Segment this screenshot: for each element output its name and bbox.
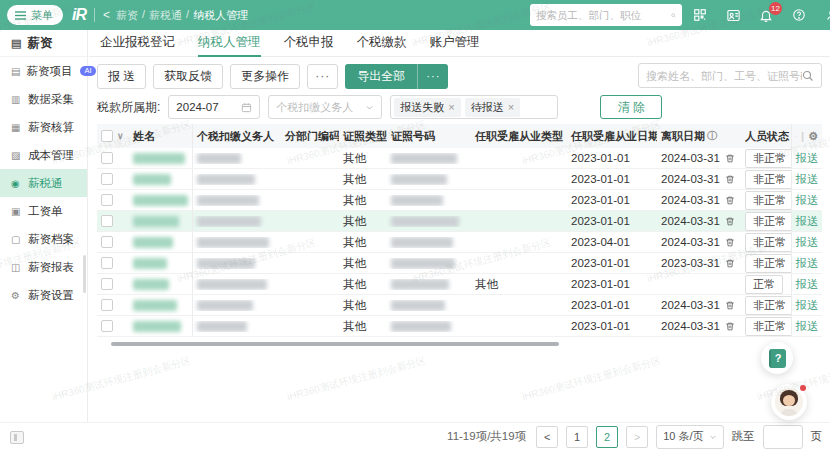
export-all-button[interactable]: 导出全部 xyxy=(345,68,417,85)
tab-账户管理[interactable]: 账户管理 xyxy=(430,30,480,57)
next-page-button[interactable]: > xyxy=(626,426,648,448)
menu-button[interactable]: 菜单 xyxy=(7,5,63,25)
report-button[interactable]: 报 送 xyxy=(97,64,146,89)
table-row[interactable]: 其他2023-01-012024-03-31非正常报送 xyxy=(97,148,822,169)
jump-to-input[interactable] xyxy=(763,425,803,449)
row-checkbox[interactable] xyxy=(101,152,113,164)
tab-纳税人管理[interactable]: 纳税人管理 xyxy=(198,30,261,57)
breadcrumb-item[interactable]: 薪资 xyxy=(116,8,138,23)
report-action-link[interactable]: 报送 xyxy=(796,298,819,313)
delete-trash-icon[interactable] xyxy=(725,237,735,248)
delete-trash-icon[interactable] xyxy=(725,300,735,311)
page-button-1[interactable]: 1 xyxy=(566,426,588,448)
export-ellipsis-button[interactable]: ··· xyxy=(418,70,448,82)
more-actions-button[interactable]: 更多操作 xyxy=(230,64,300,89)
delete-trash-icon[interactable] xyxy=(725,153,735,164)
sidebar-item-薪资报表[interactable]: ◫薪资报表 xyxy=(0,253,87,281)
row-checkbox[interactable] xyxy=(101,215,113,227)
column-settings-gear-icon[interactable]: ⚙ xyxy=(808,130,818,143)
sidebar-item-数据采集[interactable]: ▥数据采集 xyxy=(0,85,87,113)
status-badge[interactable]: 非正常 xyxy=(745,254,791,273)
tab-个税申报[interactable]: 个税申报 xyxy=(284,30,334,57)
withholder-select[interactable]: 个税扣缴义务人 xyxy=(268,95,382,119)
filter-tag-报送失败[interactable]: 报送失败× xyxy=(394,98,460,117)
table-search[interactable] xyxy=(638,63,822,88)
page-size-select[interactable]: 10 条/页 xyxy=(656,425,723,449)
status-badge[interactable]: 正常 xyxy=(745,275,783,294)
row-checkbox[interactable] xyxy=(101,173,113,185)
table-row[interactable]: 其他2023-01-012024-03-31非正常报送 xyxy=(97,211,822,232)
status-badge[interactable]: 非正常 xyxy=(745,149,791,168)
back-button[interactable]: < xyxy=(103,8,110,22)
report-action-link[interactable]: 报送 xyxy=(796,214,819,229)
table-row[interactable]: 其他2023-01-012024-03-31非正常报送 xyxy=(97,190,822,211)
report-action-link[interactable]: 报送 xyxy=(796,193,819,208)
row-checkbox[interactable] xyxy=(101,278,113,290)
status-badge[interactable]: 非正常 xyxy=(745,191,791,210)
contacts-icon[interactable] xyxy=(725,7,741,23)
report-action-link[interactable]: 报送 xyxy=(796,319,819,334)
sidebar-item-工资单[interactable]: ▣工资单 xyxy=(0,197,87,225)
status-badge[interactable]: 非正常 xyxy=(745,317,791,336)
tax-period-datepicker[interactable]: 2024-07 xyxy=(168,95,260,119)
help-icon[interactable] xyxy=(791,7,807,23)
export-all-split-button[interactable]: 导出全部 ··· xyxy=(345,64,448,89)
table-row[interactable]: 其他其他2023-01-01正常报送 xyxy=(97,274,822,295)
table-row[interactable]: 其他2023-01-012023-03-31非正常报送 xyxy=(97,253,822,274)
help-manual-button[interactable]: ? xyxy=(761,342,793,374)
sidebar-item-薪资档案[interactable]: ▢薪资档案 xyxy=(0,225,87,253)
sidebar-item-薪资设置[interactable]: ⚙薪资设置 xyxy=(0,281,87,309)
global-search-input[interactable] xyxy=(536,9,671,21)
user-icon[interactable] xyxy=(824,7,830,23)
delete-trash-icon[interactable] xyxy=(725,321,735,332)
report-action-link[interactable]: 报送 xyxy=(796,277,819,292)
tab-企业报税登记[interactable]: 企业报税登记 xyxy=(100,30,175,57)
header-select-all[interactable]: ∨ xyxy=(97,130,129,142)
table-row[interactable]: 其他2023-01-012024-03-31非正常报送 xyxy=(97,295,822,316)
sidebar-scrollbar[interactable] xyxy=(83,255,86,293)
row-checkbox[interactable] xyxy=(101,194,113,206)
remove-tag-icon[interactable]: × xyxy=(508,101,514,113)
sidebar-item-薪资核算[interactable]: ▦薪资核算 xyxy=(0,113,87,141)
more-actions-ellipsis-button[interactable]: ··· xyxy=(307,64,338,89)
filter-tag-待报送[interactable]: 待报送× xyxy=(465,98,520,117)
prev-page-button[interactable]: < xyxy=(536,426,558,448)
row-checkbox[interactable] xyxy=(101,299,113,311)
collapse-panel-icon[interactable] xyxy=(10,431,24,444)
report-action-link[interactable]: 报送 xyxy=(796,256,819,271)
get-feedback-button[interactable]: 获取反馈 xyxy=(153,64,223,89)
status-badge[interactable]: 非正常 xyxy=(745,212,791,231)
table-row[interactable]: 其他2023-01-012024-03-31非正常报送 xyxy=(97,316,822,337)
row-checkbox[interactable] xyxy=(101,320,113,332)
ai-assistant-button[interactable] xyxy=(771,384,807,420)
page-button-2[interactable]: 2 xyxy=(596,426,618,448)
filter-funnel-icon[interactable] xyxy=(796,131,797,142)
status-badge[interactable]: 非正常 xyxy=(745,170,791,189)
clear-filters-button[interactable]: 清 除 xyxy=(600,95,662,119)
notifications-bell-icon[interactable]: 12 xyxy=(758,7,774,23)
status-badge[interactable]: 非正常 xyxy=(745,296,791,315)
sidebar-item-成本管理[interactable]: ▨成本管理 xyxy=(0,141,87,169)
delete-trash-icon[interactable] xyxy=(725,174,735,185)
table-row[interactable]: 其他2023-04-012024-03-31非正常报送 xyxy=(97,232,822,253)
select-dropdown-caret[interactable]: ∨ xyxy=(117,131,124,141)
delete-trash-icon[interactable] xyxy=(725,195,735,206)
delete-trash-icon[interactable] xyxy=(725,216,735,227)
search-icon[interactable] xyxy=(802,70,814,82)
row-checkbox[interactable] xyxy=(101,257,113,269)
search-icon[interactable] xyxy=(671,10,676,21)
table-search-input[interactable] xyxy=(646,70,802,82)
row-checkbox[interactable] xyxy=(101,236,113,248)
info-icon[interactable]: ⓘ xyxy=(707,129,717,143)
sidebar-item-薪税通[interactable]: ◉薪税通 xyxy=(0,169,87,197)
sidebar-item-薪资项目[interactable]: ▤薪资项目AI xyxy=(0,57,87,85)
report-action-link[interactable]: 报送 xyxy=(796,172,819,187)
breadcrumb-item[interactable]: 薪税通 xyxy=(149,8,182,23)
global-search[interactable] xyxy=(530,4,682,26)
qr-code-icon[interactable] xyxy=(692,7,708,23)
remove-tag-icon[interactable]: × xyxy=(448,101,454,113)
report-action-link[interactable]: 报送 xyxy=(796,151,819,166)
select-all-checkbox[interactable] xyxy=(101,130,113,142)
tab-个税缴款[interactable]: 个税缴款 xyxy=(357,30,407,57)
report-action-link[interactable]: 报送 xyxy=(796,235,819,250)
